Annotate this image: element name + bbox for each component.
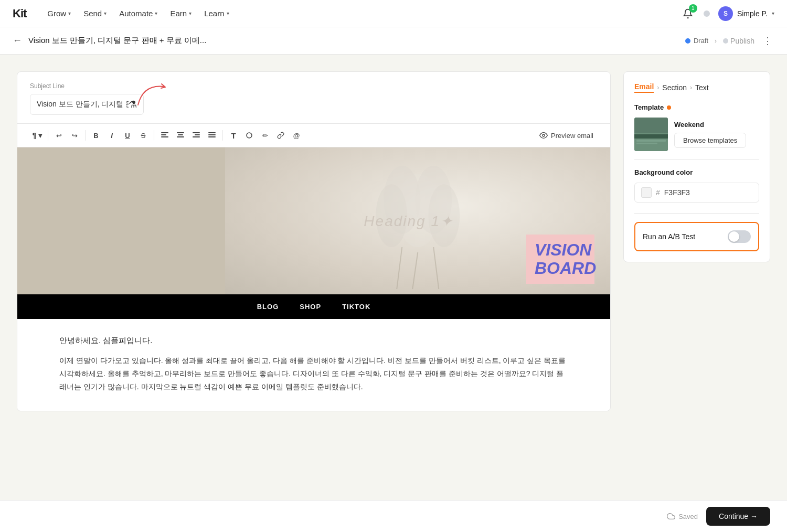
more-options-button[interactable]: ⋮ [761,33,774,49]
learn-chevron-icon: ▾ [227,10,229,16]
align-right-button[interactable] [189,128,204,143]
status-chevron-icon: › [715,37,717,45]
underline-button[interactable]: U [120,128,135,143]
svg-rect-27 [636,143,657,144]
breadcrumb-bar: ← Vision 보드 만들기, 디지털 문구 판매 + 무료 이메... Dr… [0,27,787,55]
align-center-button[interactable] [173,128,188,143]
breadcrumb-text[interactable]: Text [695,83,709,92]
ab-test-label: Run an A/B Test [643,232,695,241]
breadcrumb-sep-1: › [657,84,659,91]
background-color-section: Background color # F3F3F3 [634,168,759,203]
hero-right-panel: Heading 1✦ VISION BOARD [225,147,611,294]
hash-label: # [656,188,660,197]
subject-section: Subject Line ⚗ [17,72,610,123]
svg-rect-10 [208,132,216,133]
notification-badge: 1 [689,4,697,13]
nav-automate[interactable]: Automate ▾ [119,7,157,20]
svg-rect-5 [178,134,183,135]
toolbar-divider-4 [222,130,223,141]
bg-color-label: Background color [634,168,759,176]
svg-rect-9 [193,136,200,137]
user-menu[interactable]: S Simple P. ▾ [718,6,774,21]
mention-button[interactable]: @ [289,128,304,143]
color-value: F3F3F3 [664,188,752,197]
nav-send[interactable]: Send ▾ [83,7,107,20]
breadcrumb-section[interactable]: Section [662,83,687,92]
align-left-button[interactable] [157,128,172,143]
svg-rect-24 [634,118,668,133]
email-hero: Heading 1✦ VISION BOARD [17,147,610,294]
svg-point-14 [543,134,545,136]
email-body: 안녕하세요. 심플피입니다. 이제 연말이 다가오고 있습니다. 올해 성과를 … [17,319,610,411]
beaker-icon: ⚗ [129,99,137,110]
continue-button[interactable]: Continue → [706,507,770,526]
nav-learn[interactable]: Learn ▾ [204,7,229,20]
ab-test-section: Run an A/B Test [634,222,759,251]
svg-rect-25 [634,134,668,139]
bold-button[interactable]: B [89,128,103,143]
right-panel: Email › Section › Text Template Wee [623,71,770,262]
undo-button[interactable]: ↩ [51,128,66,143]
color-swatch [641,187,652,198]
email-paragraph: 이제 연말이 다가오고 있습니다. 올해 성과를 최대로 끌어 올리고, 다음 … [59,354,568,394]
email-greeting: 안녕하세요. 심플피입니다. [59,336,568,346]
template-card: Weekend Browse templates [634,118,759,151]
italic-button[interactable]: I [104,128,119,143]
editor-toolbar: ¶ ▾ ↩ ↪ B I U S T [17,123,610,147]
highlight-button[interactable]: ✏ [258,128,272,143]
cloud-icon [667,512,675,520]
template-section-label: Template [634,103,759,111]
bottom-bar: Saved Continue → [0,500,787,532]
preview-email-label: Preview email [551,132,593,140]
svg-rect-12 [208,136,216,137]
text-color-button[interactable] [242,128,257,143]
toolbar-divider-1 [48,130,48,141]
nav-grow[interactable]: Grow ▾ [47,7,71,20]
color-input-row[interactable]: # F3F3F3 [634,183,759,203]
status-indicator [704,10,710,17]
svg-rect-1 [161,134,166,135]
align-justify-button[interactable] [205,128,219,143]
publish-button[interactable]: Publish [723,37,754,45]
back-button[interactable]: ← [13,35,22,46]
publish-dot-icon [723,38,728,44]
redo-button[interactable]: ↪ [67,128,82,143]
template-info: Weekend Browse templates [674,121,759,148]
template-thumbnail [634,118,668,151]
svg-rect-6 [177,136,184,137]
strikethrough-button[interactable]: S [136,128,151,143]
hero-left-panel [17,147,225,294]
svg-line-21 [397,247,402,289]
subject-input[interactable] [37,100,129,109]
font-size-button[interactable]: T [226,128,241,143]
svg-rect-7 [193,132,200,133]
nav-earn[interactable]: Earn ▾ [170,7,192,20]
paragraph-button[interactable]: ¶ ▾ [30,128,45,143]
main-nav: Kit Grow ▾ Send ▾ Automate ▾ Earn ▾ Lear… [0,0,787,27]
email-nav-shop: SHOP [300,303,321,311]
svg-rect-2 [161,136,168,137]
email-nav-tiktok: TIKTOK [342,303,370,311]
section-divider-1 [634,159,759,160]
svg-line-20 [412,252,418,289]
notification-bell[interactable]: 1 [680,6,695,21]
preview-email-button[interactable]: Preview email [535,129,598,142]
browse-templates-button[interactable]: Browse templates [674,133,746,148]
link-button[interactable] [273,128,288,143]
svg-rect-11 [208,134,216,135]
breadcrumb-email[interactable]: Email [634,82,654,93]
earn-chevron-icon: ▾ [189,10,192,16]
avatar: S [718,6,733,21]
breadcrumb-sep-2: › [690,84,692,91]
email-nav-blog: BLOG [257,303,279,311]
ab-test-toggle[interactable] [728,230,751,243]
automate-chevron-icon: ▾ [155,10,157,16]
ab-test-row: Run an A/B Test [643,230,751,243]
vision-board-card: VISION BOARD [526,235,594,284]
heading-overlay-text: Heading 1✦ [364,212,453,230]
template-thumb-image [634,118,668,151]
toolbar-divider-3 [154,130,154,141]
svg-point-13 [247,133,252,138]
vision-board-text: VISION BOARD [535,241,586,278]
svg-rect-26 [636,140,666,142]
